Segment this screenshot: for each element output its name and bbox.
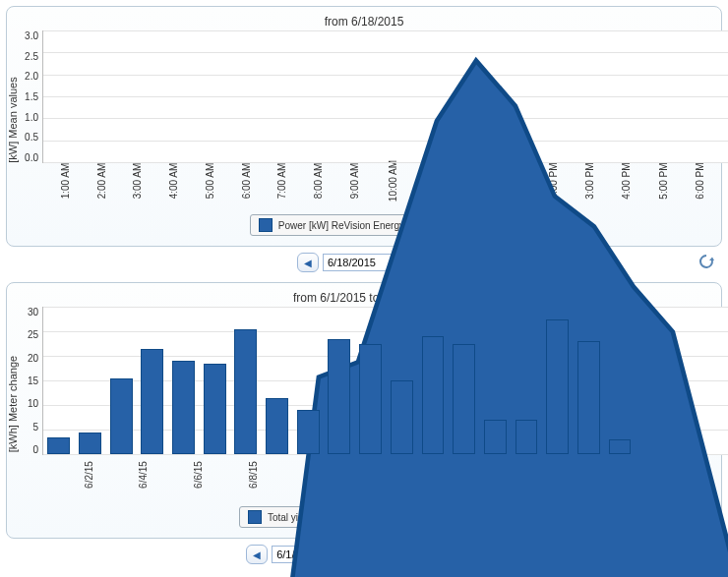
table-row <box>417 307 449 454</box>
ylabel-bottom: [kWh] Meter change <box>7 355 19 451</box>
table-row <box>479 307 511 454</box>
bar <box>141 349 163 455</box>
bar <box>516 420 538 454</box>
bar <box>47 437 70 455</box>
plot-area-bottom <box>42 307 728 455</box>
plot-area-top <box>42 30 728 163</box>
bar <box>484 420 507 454</box>
table-row <box>604 307 636 454</box>
table-row <box>542 307 574 454</box>
bar <box>266 398 288 455</box>
bar <box>577 341 600 454</box>
table-row <box>386 307 417 454</box>
table-row <box>355 307 387 454</box>
bar <box>172 361 195 454</box>
table-row <box>573 307 604 454</box>
table-row <box>511 307 542 454</box>
bar <box>110 378 133 455</box>
bar <box>391 380 413 454</box>
table-row <box>230 307 262 454</box>
table-row <box>168 307 200 454</box>
bar <box>297 410 320 454</box>
table-row <box>199 307 230 454</box>
bar <box>422 336 445 454</box>
bar <box>234 329 257 455</box>
bar <box>453 344 475 455</box>
bar <box>546 319 569 455</box>
table-row <box>292 307 324 454</box>
ylabel-top: [kW] Mean values <box>7 77 19 162</box>
table-row <box>75 307 106 454</box>
table-row <box>698 307 728 454</box>
table-row <box>636 307 667 454</box>
bar <box>79 433 101 455</box>
table-row <box>449 307 480 454</box>
chart-title-top: from 6/18/2015 <box>13 15 715 29</box>
power-chart-panel: from 6/18/2015 [kW] Mean values 3.02.52.… <box>6 6 722 247</box>
table-row <box>324 307 355 454</box>
table-row <box>666 307 698 454</box>
bar <box>328 339 350 455</box>
table-row <box>105 307 137 454</box>
bar <box>609 439 632 454</box>
table-row <box>137 307 168 454</box>
bar <box>204 364 226 455</box>
bar <box>359 344 382 455</box>
table-row <box>262 307 293 454</box>
table-row <box>43 307 75 454</box>
